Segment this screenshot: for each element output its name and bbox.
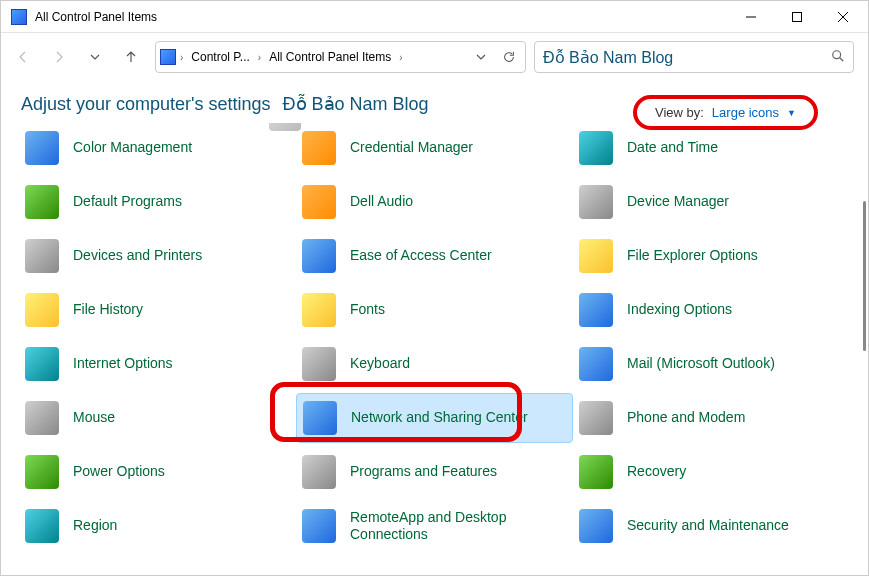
chevron-icon[interactable]: › [399, 52, 402, 63]
item-label: Device Manager [627, 193, 729, 211]
item-label: Security and Maintenance [627, 517, 789, 535]
item-label: Color Management [73, 139, 192, 157]
recent-dropdown[interactable] [79, 41, 111, 73]
backup-restore-icon [269, 123, 301, 131]
fonts-icon [302, 293, 336, 327]
cp-item-mail-microsoft-outlook-[interactable]: Mail (Microsoft Outlook) [573, 339, 850, 389]
address-bar[interactable]: › Control P... › All Control Panel Items… [155, 41, 526, 73]
view-by-label: View by: [655, 105, 704, 120]
cp-item-fonts[interactable]: Fonts [296, 285, 573, 335]
region-icon [25, 509, 59, 543]
cp-item-device-manager[interactable]: Device Manager [573, 177, 850, 227]
search-input[interactable] [543, 48, 831, 66]
cp-item-devices-and-printers[interactable]: Devices and Printers [19, 231, 296, 281]
cp-item-mouse[interactable]: Mouse [19, 393, 296, 443]
partial-item-windows7[interactable]: (Windows 7) [269, 123, 546, 131]
power-options-icon [25, 455, 59, 489]
credential-manager-icon [302, 131, 336, 165]
chevron-down-icon: ▼ [787, 108, 796, 118]
cp-item-file-history[interactable]: File History [19, 285, 296, 335]
remoteapp-icon [302, 509, 336, 543]
item-label: Credential Manager [350, 139, 473, 157]
minimize-button[interactable] [728, 2, 774, 32]
programs-features-icon [302, 455, 336, 489]
item-label: Programs and Features [350, 463, 497, 481]
devices-printers-icon [25, 239, 59, 273]
cp-item-recovery[interactable]: Recovery [573, 447, 850, 497]
refresh-button[interactable] [497, 45, 521, 69]
navbar: › Control P... › All Control Panel Items… [1, 33, 868, 81]
recovery-icon [579, 455, 613, 489]
date-time-icon [579, 131, 613, 165]
item-label: Region [73, 517, 117, 535]
control-panel-icon [11, 9, 27, 25]
chevron-icon[interactable]: › [258, 52, 261, 63]
phone-modem-icon [579, 401, 613, 435]
window-controls [728, 2, 866, 32]
network-sharing-icon [303, 401, 337, 435]
item-label: RemoteApp and Desktop Connections [350, 509, 567, 544]
watermark-text: Đỗ Bảo Nam Blog [283, 93, 429, 115]
item-label: Fonts [350, 301, 385, 319]
color-management-icon [25, 131, 59, 165]
cp-item-network-and-sharing-center[interactable]: Network and Sharing Center [296, 393, 573, 443]
device-manager-icon [579, 185, 613, 219]
cp-item-ease-of-access-center[interactable]: Ease of Access Center [296, 231, 573, 281]
close-button[interactable] [820, 2, 866, 32]
item-label: File Explorer Options [627, 247, 758, 265]
item-label: Mouse [73, 409, 115, 427]
mouse-icon [25, 401, 59, 435]
chevron-icon[interactable]: › [180, 52, 183, 63]
item-label: Network and Sharing Center [351, 409, 528, 427]
internet-options-icon [25, 347, 59, 381]
breadcrumb-control-panel[interactable]: Control P... [187, 48, 253, 66]
cp-item-indexing-options[interactable]: Indexing Options [573, 285, 850, 335]
maximize-button[interactable] [774, 2, 820, 32]
address-dropdown[interactable] [469, 45, 493, 69]
item-label: Indexing Options [627, 301, 732, 319]
item-label: Internet Options [73, 355, 173, 373]
indexing-options-icon [579, 293, 613, 327]
cp-item-region[interactable]: Region [19, 501, 296, 545]
cp-item-power-options[interactable]: Power Options [19, 447, 296, 497]
svg-line-5 [840, 57, 844, 61]
view-by-value[interactable]: Large icons [712, 105, 779, 120]
cp-item-programs-and-features[interactable]: Programs and Features [296, 447, 573, 497]
breadcrumb-all-items[interactable]: All Control Panel Items [265, 48, 395, 66]
ease-of-access-icon [302, 239, 336, 273]
forward-button[interactable] [43, 41, 75, 73]
cp-item-keyboard[interactable]: Keyboard [296, 339, 573, 389]
item-label: Power Options [73, 463, 165, 481]
search-box[interactable] [534, 41, 854, 73]
item-label: Phone and Modem [627, 409, 745, 427]
cp-item-color-management[interactable]: Color Management [19, 123, 296, 173]
cp-item-phone-and-modem[interactable]: Phone and Modem [573, 393, 850, 443]
address-icon [160, 49, 176, 65]
svg-rect-1 [793, 12, 802, 21]
cp-item-file-explorer-options[interactable]: File Explorer Options [573, 231, 850, 281]
cp-item-default-programs[interactable]: Default Programs [19, 177, 296, 227]
item-label: Keyboard [350, 355, 410, 373]
back-button[interactable] [7, 41, 39, 73]
item-label: File History [73, 301, 143, 319]
item-label: Ease of Access Center [350, 247, 492, 265]
up-button[interactable] [115, 41, 147, 73]
security-maintenance-icon [579, 509, 613, 543]
item-label: Date and Time [627, 139, 718, 157]
search-icon[interactable] [831, 49, 845, 66]
cp-item-internet-options[interactable]: Internet Options [19, 339, 296, 389]
file-history-icon [25, 293, 59, 327]
cp-item-dell-audio[interactable]: Dell Audio [296, 177, 573, 227]
items-grid: Color ManagementCredential ManagerDate a… [19, 123, 850, 545]
cp-item-remoteapp-and-desktop-connections[interactable]: RemoteApp and Desktop Connections [296, 501, 573, 545]
mail-icon [579, 347, 613, 381]
item-label: Recovery [627, 463, 686, 481]
item-label: Mail (Microsoft Outlook) [627, 355, 775, 373]
adjust-settings-heading: Adjust your computer's settings [21, 94, 271, 115]
scrollbar[interactable] [863, 201, 866, 351]
titlebar: All Control Panel Items [1, 1, 868, 33]
window-title: All Control Panel Items [35, 10, 728, 24]
cp-item-date-and-time[interactable]: Date and Time [573, 123, 850, 173]
cp-item-security-and-maintenance[interactable]: Security and Maintenance [573, 501, 850, 545]
item-label: Dell Audio [350, 193, 413, 211]
